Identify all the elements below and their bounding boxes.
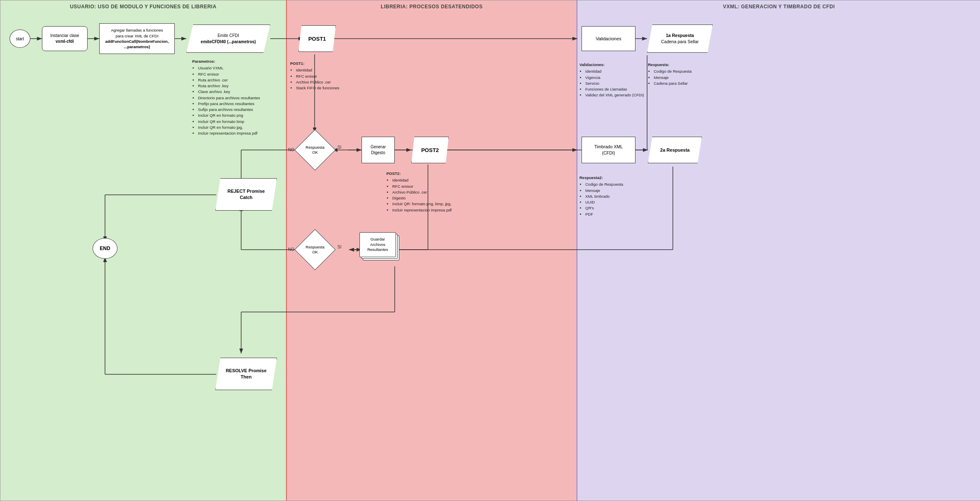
respuesta-info: Respuesta: Codigo de Respuesta Mensaje C… <box>648 62 731 86</box>
post1-shape: POST1 <box>298 25 336 52</box>
instanciar-shape: Instanciar clasevxml-cfdi <box>42 26 88 51</box>
timbrado-label: Timbrado XML(CFDI) <box>594 144 623 156</box>
diamond2-shape: RespuestaOK <box>296 234 334 265</box>
respuesta2-shape: 2a Respuesta <box>648 137 702 163</box>
timbrado-shape: Timbrado XML(CFDI) <box>582 137 635 163</box>
respuesta2-title: Respuesta2: <box>579 175 662 181</box>
post2-info: POST2: Identidad RFC emisor Archivo Públ… <box>386 171 469 213</box>
respuesta1-label: 1a RespuestaCadena para Sellar <box>661 32 699 44</box>
reject-shape: REJECT PromiseCatch <box>215 178 277 211</box>
generar-label: GenerarDigesto <box>371 144 386 156</box>
post1-title: POST1: <box>290 61 365 66</box>
parametros-list: Usuario VXML RFC emisor Ruta archivo .ce… <box>192 65 279 136</box>
emitir-label: Emitir CFDIemiteCFDI40 (...parametros) <box>201 32 256 45</box>
diamond1-shape: RespuestaOK <box>296 134 334 166</box>
respuesta2-list: Codigo de Respuesta Mensaje XML timbrado… <box>579 182 662 217</box>
start-shape: start <box>10 29 30 48</box>
post2-label: POST2 <box>421 147 439 153</box>
validaciones-label: Validaciones <box>596 36 621 41</box>
respuesta-title: Respuesta: <box>648 62 731 68</box>
emitir-shape: Emitir CFDIemiteCFDI40 (...parametros) <box>186 25 270 53</box>
si1-label: SI <box>337 145 341 150</box>
reject-label: REJECT PromiseCatch <box>227 188 265 201</box>
post1-list: Identidad RFC emisor Archivo Público .ce… <box>290 67 365 91</box>
parametros-box: Parametros: Usuario VXML RFC emisor Ruta… <box>192 59 279 136</box>
post2-list: Identidad RFC emisor Archivo Público .ce… <box>386 177 469 213</box>
parametros-title: Parametros: <box>192 59 279 64</box>
si2-label: SI <box>337 245 341 249</box>
post2-title: POST2: <box>386 171 469 177</box>
respuesta1-shape: 1a RespuestaCadena para Sellar <box>647 25 713 53</box>
resolve-label: RESOLVE PromiseThen <box>226 368 266 381</box>
no2-label: NO <box>288 247 294 252</box>
post2-shape: POST2 <box>411 137 449 163</box>
respuesta-list: Codigo de Respuesta Mensaje Cadena para … <box>648 69 731 86</box>
resolve-shape: RESOLVE PromiseThen <box>215 358 277 390</box>
section-left-header: USUARIO: USO DE MODULO Y FUNCIONES DE LI… <box>0 4 286 10</box>
agregar-label: Agregar llamadas a funcionespara crear X… <box>103 27 171 49</box>
diagram-container: USUARIO: USO DE MODULO Y FUNCIONES DE LI… <box>0 0 980 501</box>
validaciones-shape: Validaciones <box>582 26 635 51</box>
start-label: start <box>16 37 24 41</box>
section-middle-header: LIBRERIA: PROCESOS DESATENDIDOS <box>287 4 577 10</box>
respuesta2-label: 2a Respuesta <box>660 147 690 152</box>
section-right-header: VXML: GENERACION Y TIMBRADO DE CFDI <box>577 4 980 10</box>
instanciar-label: Instanciar clasevxml-cfdi <box>50 33 79 44</box>
end-shape: END <box>93 238 117 259</box>
generar-shape: GenerarDigesto <box>362 137 395 163</box>
agregar-shape: Agregar llamadas a funcionespara crear X… <box>99 23 175 54</box>
respuesta2-info: Respuesta2: Codigo de Respuesta Mensaje … <box>579 175 662 217</box>
guardar-shape: GuardarArchivos Resultantes <box>359 232 401 261</box>
post1-info: POST1: Identidad RFC emisor Archivo Públ… <box>290 61 365 91</box>
no1-label: NO <box>288 147 294 152</box>
end-label: END <box>100 246 110 251</box>
post1-label: POST1 <box>308 36 326 42</box>
